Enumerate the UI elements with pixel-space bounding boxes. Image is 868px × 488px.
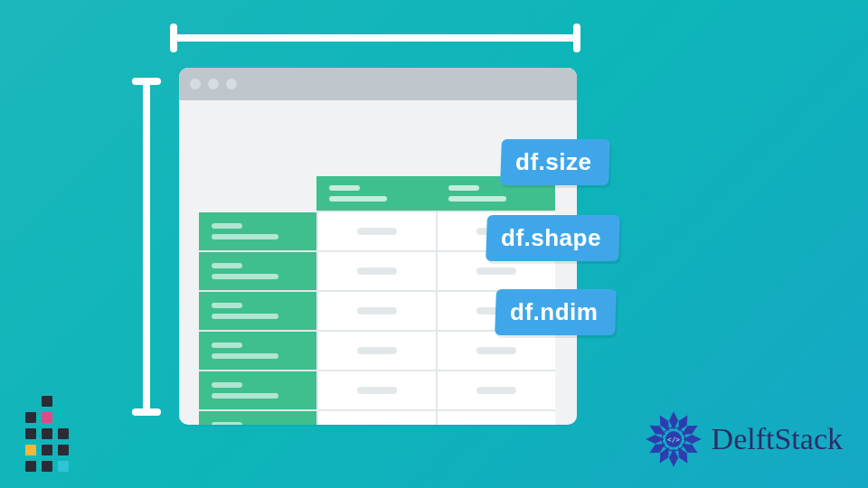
data-cell xyxy=(436,332,555,371)
column-header xyxy=(316,176,436,212)
brand-mandala-icon: </> </> xyxy=(645,410,703,468)
data-cell xyxy=(316,212,436,252)
window-dot-icon xyxy=(226,79,237,89)
index-cell xyxy=(199,371,316,411)
index-cell xyxy=(199,292,316,332)
height-ruler xyxy=(137,80,156,414)
brand-lockup: </> </> xyxy=(645,410,843,468)
ruler-cap xyxy=(132,408,161,416)
index-cell xyxy=(199,252,316,292)
brand-name: DelftStack xyxy=(712,422,843,456)
ruler-cap xyxy=(573,23,580,52)
index-cell xyxy=(199,332,316,371)
data-cell xyxy=(316,411,436,425)
data-column xyxy=(316,176,436,425)
label-text: df.shape xyxy=(501,224,601,252)
label-text: df.size xyxy=(515,148,591,176)
label-df-ndim: df.ndim xyxy=(495,289,617,335)
data-cell xyxy=(316,332,436,371)
window-titlebar xyxy=(179,68,577,100)
data-cell xyxy=(436,371,555,411)
data-cell xyxy=(316,292,436,332)
index-cell xyxy=(199,411,316,425)
width-ruler xyxy=(172,27,579,45)
label-text: df.ndim xyxy=(510,298,598,326)
label-df-shape: df.shape xyxy=(486,215,620,261)
index-column xyxy=(199,212,316,425)
secondary-logo-icon xyxy=(25,414,74,472)
window-dot-icon xyxy=(208,79,219,89)
ruler-bar xyxy=(143,80,150,414)
index-cell xyxy=(199,212,316,252)
window-dot-icon xyxy=(190,79,201,89)
ruler-bar xyxy=(172,34,579,42)
data-cell xyxy=(316,371,436,411)
label-df-size: df.size xyxy=(500,139,610,185)
data-cell xyxy=(436,411,555,425)
svg-text:</>: </> xyxy=(667,436,680,444)
data-cell xyxy=(316,252,436,292)
